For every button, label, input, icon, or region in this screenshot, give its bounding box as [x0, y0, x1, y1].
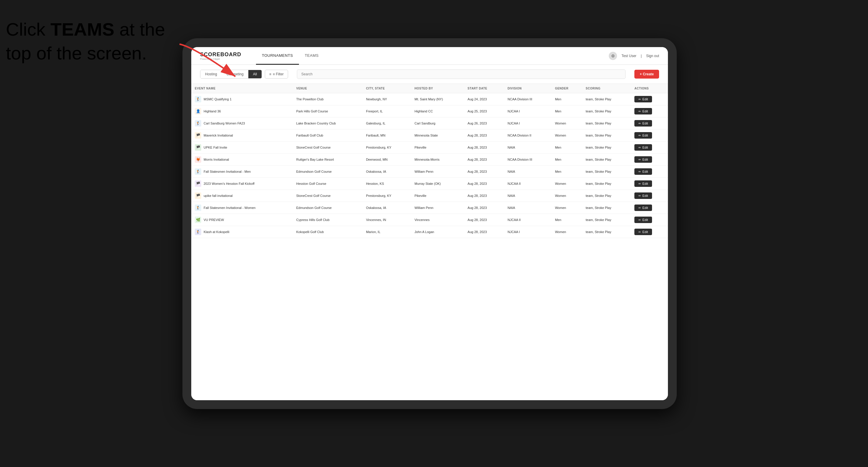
venue-cell: The Powelton Club [293, 93, 363, 105]
event-icon: 🏌 [195, 120, 201, 127]
edit-btn[interactable]: ✏ Edit [634, 108, 652, 115]
nav-tabs: TOURNAMENTS TEAMS [256, 47, 609, 65]
edit-icon: ✏ [639, 170, 641, 173]
actions-cell: ✏ Edit [631, 117, 668, 129]
event-name-cell: 🏌 Fall Statesmen Invitational - Women [191, 202, 293, 214]
gender-cell: Men [551, 105, 582, 117]
actions-cell: ✏ Edit [631, 190, 668, 202]
event-name: UPKE Fall Invite [204, 146, 227, 149]
division-cell: NCAA Division III [504, 93, 551, 105]
hosted-by-cell: William Penn [411, 202, 464, 214]
table-row: 🏴 upike fall invitational StoneCrest Gol… [191, 190, 668, 202]
actions-cell: ✏ Edit [631, 129, 668, 142]
gender-cell: Women [551, 129, 582, 142]
division-cell: NJCAA I [504, 105, 551, 117]
gender-cell: Men [551, 214, 582, 226]
event-name: MSMC Qualifying 1 [204, 97, 231, 101]
edit-btn[interactable]: ✏ Edit [634, 168, 652, 175]
edit-btn[interactable]: ✏ Edit [634, 96, 652, 102]
city-cell: Oskaloosa, IA [363, 202, 411, 214]
event-icon: 🏴 [195, 132, 201, 138]
tablet-screen: SCOREBOARD Powered by Clippit TOURNAMENT… [191, 47, 668, 400]
venue-cell: Cypress Hills Golf Club [293, 214, 363, 226]
venue-cell: Lake Bracken Country Club [293, 117, 363, 129]
scoring-cell: team, Stroke Play [582, 105, 631, 117]
hosted-by-cell: William Penn [411, 166, 464, 178]
event-name: Highland 36 [204, 110, 221, 113]
venue-cell: Faribault Golf Club [293, 129, 363, 142]
col-scoring: SCORING [582, 84, 631, 93]
division-cell: NAIA [504, 166, 551, 178]
tab-teams[interactable]: TEAMS [299, 47, 324, 65]
event-name-cell: 🏴 upike fall invitational [191, 190, 293, 202]
city-cell: Galesburg, IL [363, 117, 411, 129]
search-input[interactable] [297, 69, 625, 79]
edit-icon: ✏ [639, 182, 641, 185]
competing-btn[interactable]: Competing [222, 70, 248, 78]
city-cell: Oskaloosa, IA [363, 166, 411, 178]
venue-cell: StoneCrest Golf Course [293, 142, 363, 154]
edit-btn[interactable]: ✏ Edit [634, 180, 652, 187]
hosted-by-cell: Carl Sandburg [411, 117, 464, 129]
col-division: DIVISION [504, 84, 551, 93]
edit-btn[interactable]: ✏ Edit [634, 132, 652, 138]
hosting-btn[interactable]: Hosting [200, 70, 222, 78]
hosted-by-cell: Mt. Saint Mary (NY) [411, 93, 464, 105]
edit-btn[interactable]: ✏ Edit [634, 205, 652, 211]
event-name: Fall Statesmen Invitational - Women [204, 206, 255, 210]
division-cell: NCAA Division III [504, 154, 551, 166]
division-cell: NJCAA I [504, 226, 551, 238]
division-cell: NJCAA I [504, 117, 551, 129]
scoring-cell: team, Stroke Play [582, 214, 631, 226]
event-name-cell: 🏌 Klash at Kokopelli [191, 226, 293, 238]
event-name-cell: 🏌 Fall Statesmen Invitational - Men [191, 166, 293, 178]
filter-main-btn[interactable]: ≡ ≡ Filter [265, 70, 288, 79]
search-box [297, 69, 625, 79]
gender-cell: Men [551, 93, 582, 105]
city-cell: Deerwood, MN [363, 154, 411, 166]
edit-btn[interactable]: ✏ Edit [634, 229, 652, 235]
table-header: EVENT NAME VENUE CITY, STATE HOSTED BY S… [191, 84, 668, 93]
col-start-date: START DATE [464, 84, 504, 93]
header-right: ⚙ Test User | Sign out [609, 52, 659, 60]
event-name-cell: 🏴 UPKE Fall Invite [191, 142, 293, 154]
edit-btn[interactable]: ✏ Edit [634, 192, 652, 199]
gender-cell: Men [551, 154, 582, 166]
start-date-cell: Aug 25, 2023 [464, 105, 504, 117]
scoring-cell: team, Stroke Play [582, 93, 631, 105]
tournaments-table: EVENT NAME VENUE CITY, STATE HOSTED BY S… [191, 84, 668, 238]
user-name: Test User [621, 54, 637, 58]
event-icon: 🦊 [195, 156, 201, 163]
division-cell: NAIA [504, 202, 551, 214]
event-name: 2023 Women's Hesston Fall Kickoff [204, 182, 254, 185]
col-actions: ACTIONS [631, 84, 668, 93]
table-row: 👤 Highland 36 Park Hills Golf CourseFree… [191, 105, 668, 117]
table-row: 🏴 UPKE Fall Invite StoneCrest Golf Cours… [191, 142, 668, 154]
create-btn[interactable]: + Create [634, 70, 659, 79]
logo-text: SCOREBOARD [200, 52, 241, 58]
venue-cell: Edmundson Golf Course [293, 202, 363, 214]
edit-btn[interactable]: ✏ Edit [634, 120, 652, 127]
all-btn[interactable]: All [248, 70, 261, 78]
tab-tournaments[interactable]: TOURNAMENTS [256, 47, 299, 65]
sign-out-link[interactable]: Sign out [646, 54, 659, 58]
event-name: Morris Invitational [204, 158, 229, 161]
event-name-cell: 🌿 VU PREVIEW [191, 214, 293, 226]
event-name: Carl Sandburg Women FA23 [204, 122, 245, 125]
edit-btn[interactable]: ✏ Edit [634, 217, 652, 223]
event-icon: 👤 [195, 108, 201, 115]
start-date-cell: Aug 28, 2023 [464, 166, 504, 178]
edit-icon: ✏ [639, 218, 641, 222]
edit-icon: ✏ [639, 98, 641, 101]
start-date-cell: Aug 28, 2023 [464, 226, 504, 238]
city-cell: Prestonsburg, KY [363, 142, 411, 154]
edit-icon: ✏ [639, 206, 641, 210]
gender-cell: Women [551, 226, 582, 238]
edit-icon: ✏ [639, 194, 641, 197]
scoring-cell: team, Stroke Play [582, 142, 631, 154]
gender-cell: Women [551, 190, 582, 202]
event-name: Maverick Invitational [204, 133, 233, 137]
edit-icon: ✏ [639, 158, 641, 161]
edit-btn[interactable]: ✏ Edit [634, 156, 652, 163]
edit-btn[interactable]: ✏ Edit [634, 144, 652, 151]
